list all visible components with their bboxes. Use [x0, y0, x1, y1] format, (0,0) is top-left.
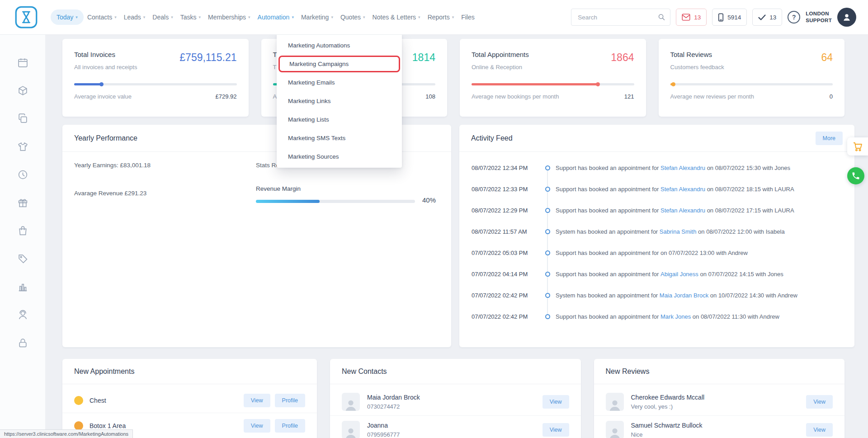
contact-phone: 0730274472: [367, 403, 420, 410]
contact-link[interactable]: Stefan Alexandru: [660, 186, 705, 193]
appointment-name: Botox 1 Area: [90, 422, 126, 429]
link-status-tooltip: https://server3.clinicsoftware.com/Marke…: [0, 429, 133, 438]
phone-icon: [851, 171, 860, 180]
appointment-row: Chest View Profile: [62, 388, 317, 413]
menu-item-marketing-sources[interactable]: Marketing Sources: [277, 147, 402, 166]
more-button[interactable]: More: [816, 132, 843, 145]
menu-item-marketing-emails[interactable]: Marketing Emails: [277, 73, 402, 92]
nav-item-reports[interactable]: Reports▾: [424, 9, 458, 25]
activity-time: 07/07/2022 02:42 PM: [472, 292, 539, 299]
search-icon[interactable]: [658, 13, 665, 21]
search-input[interactable]: [578, 14, 658, 21]
profile-button[interactable]: Profile: [275, 419, 305, 433]
copy-icon[interactable]: [17, 113, 28, 124]
review-row: Cherokee Edwards Mccall Very cool, yes :…: [594, 388, 845, 416]
checkmark-icon: [758, 14, 766, 21]
yearly-body: Yearly Earnings: £83,001.18 Avarage Reve…: [62, 152, 451, 347]
contact-row: Maia Jordan Brock 0730274472 View: [330, 388, 581, 416]
gift-icon[interactable]: [17, 197, 28, 208]
card-title: New Appointments: [74, 367, 134, 376]
card-title: New Reviews: [606, 367, 650, 376]
contact-link[interactable]: Mark Jones: [660, 313, 691, 320]
activity-text: System has booked an appointment for Sab…: [556, 228, 854, 235]
view-button[interactable]: View: [244, 419, 270, 433]
view-button[interactable]: View: [542, 423, 569, 437]
help-icon[interactable]: ?: [788, 11, 800, 24]
progress-fill: [74, 83, 102, 85]
shopping-cart-icon: [852, 141, 863, 152]
call-widget-button[interactable]: [847, 167, 864, 184]
card-footer: Average invoice value £729.92: [74, 93, 237, 100]
person-placeholder-icon: [608, 398, 622, 411]
stats-row: Total Invoices All invoices and receipts…: [62, 39, 844, 117]
nav-item-contacts[interactable]: Contacts▾: [84, 9, 120, 25]
card-subtitle: Online & Reception: [472, 64, 634, 71]
activity-text: Support has booked an appointment for Ma…: [556, 313, 854, 320]
user-avatar[interactable]: [837, 8, 856, 27]
nav-item-marketing[interactable]: Marketing▾: [297, 9, 337, 25]
chevron-down-icon: ▾: [248, 15, 250, 19]
nav-item-leads[interactable]: Leads▾: [120, 9, 149, 25]
total-reviews-card: Total Reviews Customers feedback 64 Aver…: [659, 39, 845, 117]
profile-button[interactable]: Profile: [275, 394, 305, 407]
revenue-margin-label: Revenue Margin: [256, 185, 301, 192]
contact-link[interactable]: Abigail Joness: [660, 271, 698, 278]
revenue-margin-value: 40%: [422, 196, 436, 204]
search-box[interactable]: [571, 9, 670, 26]
contact-link[interactable]: Stefan Alexandru: [660, 165, 705, 171]
chevron-down-icon: ▾: [114, 15, 117, 19]
contact-name: Joanna: [367, 422, 400, 429]
cart-widget-button[interactable]: [847, 137, 868, 155]
apparel-icon[interactable]: [17, 141, 28, 152]
menu-item-marketing-campaigns[interactable]: Marketing Campaigns: [278, 56, 400, 72]
activity-entry: 08/07/2022 12:33 PM Support has booked a…: [459, 179, 854, 200]
activity-text: System has booked an appointment for Mai…: [556, 292, 854, 299]
contact-row: Joanna 0795956777 View: [330, 416, 581, 438]
activity-time: 08/07/2022 12:33 PM: [472, 186, 539, 193]
contact-link[interactable]: Sabrina Smith: [660, 228, 697, 235]
calendar-icon[interactable]: [17, 57, 28, 68]
nav-item-automation[interactable]: Automation▾: [254, 9, 297, 25]
average-revenue: Avarage Revenue £291.23: [74, 190, 146, 197]
nav-item-memberships[interactable]: Memberships▾: [204, 9, 254, 25]
mail-count: 13: [694, 14, 701, 21]
status-dot-icon: [74, 396, 83, 405]
nav-item-today[interactable]: Today▾: [51, 9, 84, 25]
icon-sidebar: [0, 34, 45, 438]
phone-badge[interactable]: 5914: [712, 9, 747, 26]
new-reviews-card: New Reviews Cherokee Edwards Mccall Very…: [594, 359, 845, 438]
revenue-margin-fill: [256, 200, 320, 203]
review-row: Samuel Schwartz Bullock Nice View: [594, 416, 845, 438]
nav-item-notes-letters[interactable]: Notes & Letters▾: [369, 9, 424, 25]
nav-item-tasks[interactable]: Tasks▾: [177, 9, 204, 25]
avatar: [606, 421, 624, 438]
view-button[interactable]: View: [542, 395, 569, 409]
app-logo[interactable]: [14, 5, 38, 29]
activity-text: Support has booked an appointment for St…: [556, 165, 854, 171]
chart-icon[interactable]: [17, 281, 28, 292]
history-icon[interactable]: [17, 169, 28, 180]
menu-item-marketing-sms-texts[interactable]: Marketing SMS Texts: [277, 129, 402, 147]
view-button[interactable]: View: [806, 395, 833, 409]
contact-link[interactable]: Maia Jordan Brock: [660, 292, 708, 299]
menu-item-marketing-lists[interactable]: Marketing Lists: [277, 110, 402, 129]
person-placeholder-icon: [608, 426, 622, 438]
yearly-earnings: Yearly Earnings: £83,001.18: [74, 162, 151, 169]
menu-item-marketing-automations[interactable]: Marketing Automations: [277, 36, 402, 55]
nav-item-quotes[interactable]: Quotes▾: [337, 9, 369, 25]
activity-entry: 07/07/2022 05:03 PM Support has booked a…: [459, 242, 854, 264]
tasks-badge[interactable]: 13: [752, 9, 782, 26]
contact-link[interactable]: Stefan Alexandru: [660, 207, 705, 214]
view-button[interactable]: View: [244, 394, 270, 407]
view-button[interactable]: View: [806, 423, 833, 437]
mail-badge[interactable]: 13: [676, 9, 707, 26]
menu-item-marketing-links[interactable]: Marketing Links: [277, 92, 402, 110]
tag-icon[interactable]: [17, 253, 28, 264]
shopping-bag-icon[interactable]: [17, 225, 28, 236]
support-icon[interactable]: [17, 309, 28, 320]
progress-track: [472, 83, 634, 85]
nav-item-files[interactable]: Files: [458, 9, 478, 25]
package-icon[interactable]: [17, 85, 28, 96]
nav-item-deals[interactable]: Deals▾: [149, 9, 176, 25]
lock-icon[interactable]: [17, 337, 28, 349]
